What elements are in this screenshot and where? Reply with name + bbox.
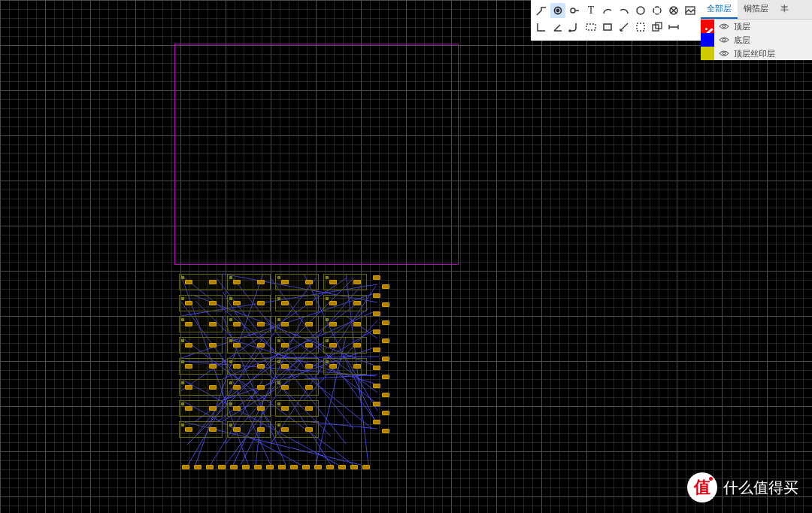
- pad[interactable]: [373, 329, 380, 334]
- tool-arc-ccw[interactable]: [617, 3, 632, 18]
- tool-circle[interactable]: [633, 3, 648, 18]
- pad[interactable]: [194, 465, 201, 469]
- pad[interactable]: [382, 302, 389, 307]
- tool-pad[interactable]: [550, 3, 565, 18]
- component-pad[interactable]: [209, 406, 217, 411]
- layer-color-swatch[interactable]: [701, 20, 714, 33]
- component-pad[interactable]: [233, 364, 241, 369]
- tool-text[interactable]: T: [583, 3, 598, 18]
- component-pad[interactable]: [233, 280, 241, 284]
- pad[interactable]: [206, 465, 214, 469]
- component-pad[interactable]: [329, 322, 337, 326]
- component-pad[interactable]: [353, 280, 361, 284]
- component-pad[interactable]: [257, 301, 265, 305]
- tool-measure[interactable]: [617, 20, 632, 35]
- component-pad[interactable]: [233, 322, 241, 326]
- component-pad[interactable]: [185, 427, 192, 432]
- pad[interactable]: [373, 348, 380, 352]
- component-pad[interactable]: [281, 427, 289, 432]
- component-pad[interactable]: [281, 343, 289, 348]
- layer-row[interactable]: 顶层丝印层: [701, 47, 812, 60]
- pad[interactable]: [266, 465, 274, 469]
- component-pad[interactable]: [233, 343, 241, 348]
- layer-row[interactable]: 顶层: [701, 20, 812, 33]
- component-pad[interactable]: [209, 322, 217, 326]
- tool-arc-cw[interactable]: [600, 3, 615, 18]
- pad[interactable]: [338, 465, 346, 469]
- component-pad[interactable]: [257, 427, 265, 432]
- tool-via[interactable]: [567, 3, 582, 18]
- pad[interactable]: [326, 465, 334, 469]
- pad[interactable]: [382, 284, 389, 289]
- board-outline[interactable]: [174, 44, 459, 265]
- pad[interactable]: [373, 366, 380, 370]
- component-pad[interactable]: [329, 280, 337, 284]
- component-pad[interactable]: [257, 385, 265, 390]
- pad[interactable]: [382, 375, 389, 379]
- component-pad[interactable]: [209, 343, 217, 348]
- component-pad[interactable]: [329, 301, 337, 305]
- component-pad[interactable]: [281, 280, 289, 284]
- pad[interactable]: [362, 465, 370, 469]
- component-pad[interactable]: [305, 301, 313, 305]
- pad[interactable]: [382, 357, 389, 361]
- pad[interactable]: [373, 384, 380, 388]
- pad[interactable]: [230, 465, 238, 469]
- component-pad[interactable]: [185, 322, 192, 326]
- component-pad[interactable]: [209, 280, 217, 284]
- layer-tab-copper[interactable]: 铜箔层: [738, 0, 774, 19]
- pad[interactable]: [373, 311, 380, 316]
- pad[interactable]: [350, 465, 358, 469]
- component-pad[interactable]: [353, 343, 361, 348]
- component-pad[interactable]: [305, 406, 313, 411]
- component-pad[interactable]: [281, 301, 289, 305]
- component-pad[interactable]: [185, 385, 192, 390]
- component-pad[interactable]: [329, 364, 337, 369]
- component-pad[interactable]: [209, 427, 217, 432]
- pad[interactable]: [290, 465, 298, 469]
- tool-image[interactable]: [683, 3, 698, 18]
- component-pad[interactable]: [281, 406, 289, 411]
- tool-trace-arc[interactable]: [567, 20, 582, 35]
- component-pad[interactable]: [305, 280, 313, 284]
- pad[interactable]: [278, 465, 286, 469]
- pad[interactable]: [314, 465, 322, 469]
- component-pad[interactable]: [353, 322, 361, 326]
- component-pad[interactable]: [257, 343, 265, 348]
- component-pad[interactable]: [209, 385, 217, 390]
- tool-corner[interactable]: [534, 20, 549, 35]
- pad[interactable]: [302, 465, 310, 469]
- component-pad[interactable]: [233, 301, 241, 305]
- layer-color-swatch[interactable]: [701, 33, 714, 47]
- tool-move[interactable]: [650, 3, 665, 18]
- layer-tab-more[interactable]: 丰: [774, 0, 795, 19]
- tool-hole[interactable]: [666, 3, 681, 18]
- tool-region-dash[interactable]: [633, 20, 648, 35]
- pad[interactable]: [373, 420, 380, 424]
- component-pad[interactable]: [185, 343, 192, 348]
- component-pad[interactable]: [233, 385, 241, 390]
- component-pad[interactable]: [329, 343, 337, 348]
- pad[interactable]: [182, 465, 189, 469]
- layer-tab-all[interactable]: 全部层: [701, 0, 738, 19]
- component-pad[interactable]: [185, 406, 192, 411]
- component-pad[interactable]: [305, 427, 313, 432]
- pad[interactable]: [218, 465, 226, 469]
- component-pad[interactable]: [305, 364, 313, 369]
- tool-route-track[interactable]: [534, 3, 549, 18]
- component-pad[interactable]: [257, 280, 265, 284]
- component-pad[interactable]: [305, 385, 313, 390]
- component-pad[interactable]: [353, 364, 361, 369]
- pad[interactable]: [382, 393, 389, 397]
- pad[interactable]: [254, 465, 262, 469]
- component-pad[interactable]: [305, 322, 313, 326]
- component-pad[interactable]: [209, 301, 217, 305]
- layer-row[interactable]: 底层: [701, 33, 812, 47]
- component-pad[interactable]: [185, 301, 192, 305]
- component-pad[interactable]: [209, 364, 217, 369]
- tool-group[interactable]: [650, 20, 665, 35]
- pcb-canvas[interactable]: [0, 0, 812, 513]
- tool-rect[interactable]: [600, 20, 615, 35]
- component-pad[interactable]: [233, 427, 241, 432]
- pad[interactable]: [382, 411, 389, 415]
